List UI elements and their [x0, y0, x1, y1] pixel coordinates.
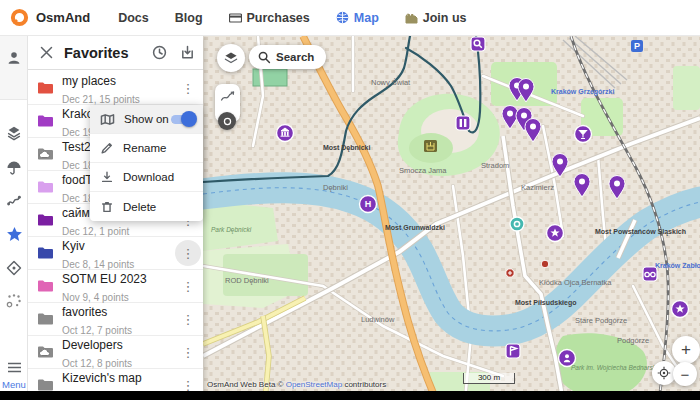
- svg-text:Most Powstańców Śląskich: Most Powstańców Śląskich: [595, 227, 686, 236]
- tracks-button[interactable]: [0, 186, 28, 214]
- group-row-favorites[interactable]: favoritesOct 12, 7 points ⋮: [28, 303, 203, 336]
- navigation-button[interactable]: [0, 254, 28, 282]
- download-icon: [100, 170, 114, 184]
- close-panel-button[interactable]: [36, 43, 56, 63]
- osm-link[interactable]: OpenStreetMap: [286, 380, 342, 389]
- group-row-sotm[interactable]: SOTM EU 2023Nov 9, 4 points ⋮: [28, 270, 203, 303]
- svg-text:Stare Podgórze: Stare Podgórze: [575, 316, 627, 325]
- globe-icon: [336, 11, 349, 24]
- map-search-button[interactable]: Search: [249, 45, 326, 69]
- account-button[interactable]: [0, 44, 28, 72]
- track-icon: [5, 191, 23, 209]
- target-icon: [657, 366, 671, 380]
- group-options-button[interactable]: ⋮: [175, 273, 201, 299]
- menu-button[interactable]: Menu: [0, 359, 28, 390]
- folder-icon: [37, 279, 54, 293]
- map-canvas[interactable]: Nowy Świat Most Dębnicki Dębniki Smocza …: [203, 36, 700, 400]
- left-icon-strip: Menu: [0, 36, 28, 400]
- osmand-web-app: OsmAnd Docs Blog Purchases Map Join us: [0, 0, 700, 400]
- group-row-developers[interactable]: DevelopersOct 12, 8 points ⋮: [28, 336, 203, 369]
- svg-text:Most Piłsudskiego: Most Piłsudskiego: [515, 299, 576, 307]
- svg-text:Stradom: Stradom: [481, 161, 509, 170]
- svg-text:Most Dębnicki: Most Dębnicki: [323, 144, 371, 152]
- nav-link-docs[interactable]: Docs: [118, 11, 149, 25]
- nav-link-join-us[interactable]: Join us: [405, 11, 467, 25]
- map-info-button[interactable]: [218, 112, 236, 130]
- search-result-marker[interactable]: [471, 37, 485, 51]
- show-on-map-item[interactable]: Show on map: [90, 105, 203, 134]
- scale-bar: 300 m: [463, 373, 515, 384]
- account-icon: [5, 49, 23, 67]
- hotel-marker[interactable]: H: [360, 196, 377, 213]
- bar-marker[interactable]: [575, 126, 592, 143]
- flag-marker[interactable]: [506, 344, 520, 358]
- svg-text:Nowy Świat: Nowy Świat: [371, 78, 411, 87]
- museum-marker[interactable]: [277, 125, 294, 142]
- group-options-button-active[interactable]: ⋮: [175, 240, 201, 266]
- osmand-logo-icon: [10, 8, 29, 27]
- group-options-button[interactable]: ⋮: [175, 339, 201, 365]
- hamburger-icon: [7, 362, 22, 373]
- star-icon: [5, 225, 24, 244]
- folder-icon: [37, 114, 54, 128]
- rename-label: Rename: [123, 142, 166, 154]
- svg-text:P: P: [634, 41, 640, 51]
- group-row-kyiv[interactable]: KyivDec 8, 14 points ⋮: [28, 237, 203, 270]
- show-on-map-toggle[interactable]: [171, 115, 195, 124]
- teal-marker[interactable]: [510, 217, 524, 231]
- measure-route-icon: [220, 89, 236, 103]
- layers-icon: [223, 50, 239, 66]
- svg-text:Kłódka Ojca Bernatka: Kłódka Ojca Bernatka: [539, 278, 612, 287]
- group-row-my-places[interactable]: my placesDec 21, 15 points ⋮: [28, 72, 203, 105]
- folder-icon: [37, 246, 54, 260]
- map-layers-button[interactable]: [217, 44, 245, 72]
- glasses-marker[interactable]: [643, 267, 657, 281]
- top-navbar: OsmAnd Docs Blog Purchases Map Join us: [0, 0, 700, 36]
- close-icon: [40, 46, 53, 59]
- folder-icon: [37, 378, 54, 392]
- nav-links: Docs Blog Purchases Map Join us: [118, 11, 466, 25]
- nav-link-purchases[interactable]: Purchases: [229, 11, 310, 25]
- plan-route-button[interactable]: [0, 287, 28, 315]
- bottom-black-bar: [0, 391, 700, 400]
- group-options-button[interactable]: ⋮: [175, 306, 201, 332]
- star-marker[interactable]: [672, 301, 689, 318]
- minus-icon: −: [681, 366, 690, 383]
- svg-text:Kazimierz: Kazimierz: [521, 183, 554, 192]
- svg-text:H: H: [365, 199, 372, 209]
- folder-icon: [37, 213, 54, 227]
- import-button[interactable]: [177, 43, 197, 63]
- rename-item[interactable]: Rename: [90, 134, 203, 163]
- brand-name: OsmAnd: [36, 10, 90, 25]
- person-marker[interactable]: [559, 350, 576, 367]
- layers-icon: [5, 124, 23, 142]
- svg-text:Podgórze: Podgórze: [617, 336, 649, 345]
- navigation-icon: [5, 259, 23, 277]
- brand[interactable]: OsmAnd: [10, 8, 90, 27]
- layers-button[interactable]: [0, 119, 28, 147]
- folder-cloud-icon: [37, 147, 54, 161]
- info-icon: [223, 117, 232, 126]
- weather-button[interactable]: [0, 154, 28, 182]
- group-context-menu: Show on map Rename Download Delete: [90, 105, 203, 221]
- download-item[interactable]: Download: [90, 163, 203, 192]
- delete-item[interactable]: Delete: [90, 192, 203, 221]
- nav-link-map[interactable]: Map: [336, 11, 379, 25]
- zoom-in-button[interactable]: +: [672, 336, 700, 364]
- nav-link-blog[interactable]: Blog: [175, 11, 203, 25]
- group-options-button[interactable]: ⋮: [175, 75, 201, 101]
- clock-icon: [152, 45, 167, 60]
- folder-icon: [37, 312, 54, 326]
- map-tiles: Nowy Świat Most Dębnicki Dębniki Smocza …: [203, 36, 700, 400]
- svg-text:Most Grunwaldzki: Most Grunwaldzki: [385, 224, 445, 231]
- plus-icon: +: [681, 340, 691, 360]
- search-icon: [258, 51, 271, 64]
- star-marker[interactable]: [547, 225, 564, 242]
- favorites-button[interactable]: [0, 220, 28, 248]
- community-icon: [405, 12, 418, 24]
- zoom-out-button[interactable]: −: [673, 362, 697, 386]
- svg-text:Kraków Grzegórzki: Kraków Grzegórzki: [551, 88, 614, 96]
- history-button[interactable]: [149, 43, 169, 63]
- monument-marker[interactable]: [456, 116, 470, 130]
- svg-text:Park Dębnicki: Park Dębnicki: [211, 226, 252, 234]
